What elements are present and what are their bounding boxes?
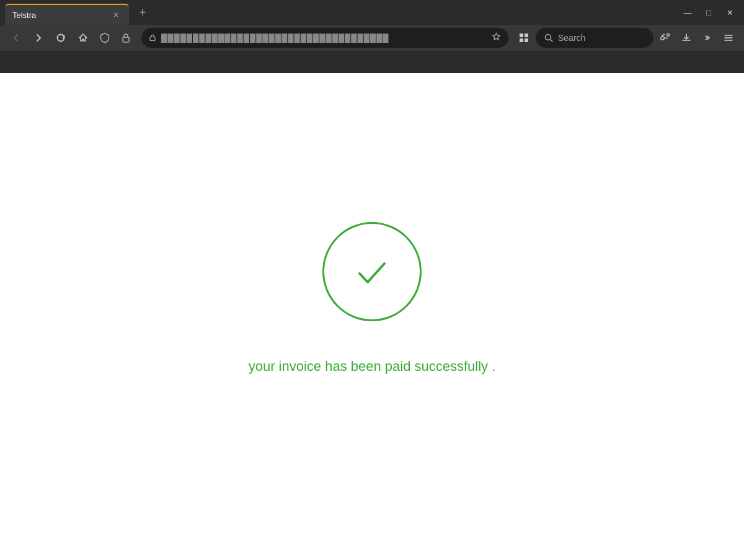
checkmark-icon: [350, 250, 394, 293]
reload-button[interactable]: [51, 28, 71, 48]
lock-icon: [117, 29, 135, 47]
active-tab[interactable]: Telstra ×: [5, 4, 129, 25]
bookmark-icon[interactable]: [492, 32, 501, 43]
grid-icon[interactable]: [515, 29, 533, 47]
success-message: your invoice has been paid successfully …: [249, 358, 496, 375]
svg-point-9: [667, 34, 670, 37]
svg-line-7: [551, 40, 553, 42]
search-icon: [544, 33, 553, 42]
svg-rect-1: [150, 37, 155, 40]
title-bar: Telstra × + — □ ✕: [0, 0, 744, 25]
svg-rect-5: [525, 38, 528, 42]
download-icon[interactable]: [677, 29, 696, 47]
search-label: Search: [558, 33, 585, 43]
toolbar: Search: [0, 25, 744, 51]
address-lock-icon: [149, 33, 156, 43]
address-bar[interactable]: [141, 28, 508, 48]
window-controls: — □ ✕: [678, 3, 739, 22]
maximize-button[interactable]: □: [699, 3, 718, 22]
home-button[interactable]: [73, 28, 93, 48]
shield-icon: [95, 29, 114, 47]
svg-rect-3: [525, 33, 528, 37]
svg-rect-0: [123, 37, 129, 42]
svg-rect-8: [661, 37, 664, 40]
extensions-icon[interactable]: [656, 29, 675, 47]
search-bar[interactable]: Search: [536, 28, 653, 48]
new-tab-button[interactable]: +: [134, 4, 151, 21]
svg-rect-4: [520, 38, 523, 42]
svg-rect-2: [520, 33, 523, 37]
tab-close-button[interactable]: ×: [110, 9, 122, 20]
menu-icon[interactable]: [719, 29, 738, 47]
tab-title: Telstra: [12, 11, 105, 20]
success-circle: [322, 222, 422, 321]
url-input[interactable]: [161, 33, 487, 43]
more-pages-icon[interactable]: [698, 29, 717, 47]
back-button[interactable]: [6, 28, 26, 48]
forward-button[interactable]: [29, 28, 48, 48]
close-button[interactable]: ✕: [720, 3, 739, 22]
browser-chrome: Telstra × + — □ ✕: [0, 0, 744, 73]
minimize-button[interactable]: —: [678, 3, 697, 22]
page-content: your invoice has been paid successfully …: [0, 73, 744, 560]
